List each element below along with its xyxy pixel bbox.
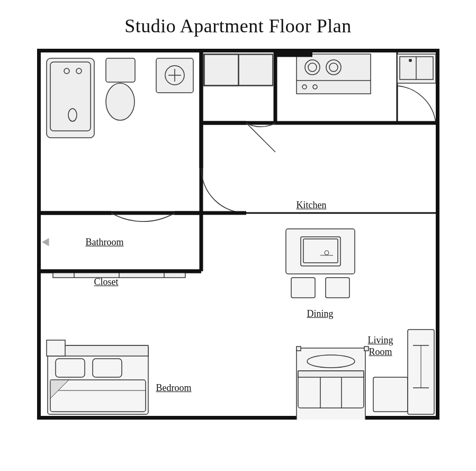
bathroom-label: Bathroom: [86, 237, 124, 248]
svg-rect-32: [204, 55, 238, 85]
svg-rect-76: [93, 359, 122, 377]
kitchen-label: Kitchen: [297, 200, 327, 211]
svg-rect-80: [47, 340, 65, 356]
svg-rect-75: [56, 359, 85, 377]
dining-label: Dining: [307, 308, 334, 319]
svg-rect-77: [50, 380, 146, 412]
page-title: Studio Apartment Floor Plan: [124, 15, 352, 37]
svg-point-17: [106, 83, 134, 120]
floor-plan: .wall { stroke: #111; stroke-width: 7; f…: [37, 49, 439, 420]
svg-rect-51: [301, 237, 340, 266]
svg-rect-48: [275, 51, 312, 57]
svg-point-45: [409, 59, 412, 62]
closet-label: Closet: [94, 277, 119, 288]
svg-rect-55: [291, 278, 315, 298]
svg-rect-62: [298, 371, 364, 377]
living-room-label: LivingRoom: [368, 335, 393, 358]
svg-rect-56: [326, 278, 349, 298]
bedroom-label: Bedroom: [156, 383, 192, 394]
svg-rect-16: [106, 58, 135, 82]
svg-rect-64: [297, 346, 301, 351]
svg-rect-68: [373, 377, 408, 412]
svg-rect-33: [239, 55, 273, 85]
svg-rect-11: [47, 58, 94, 138]
